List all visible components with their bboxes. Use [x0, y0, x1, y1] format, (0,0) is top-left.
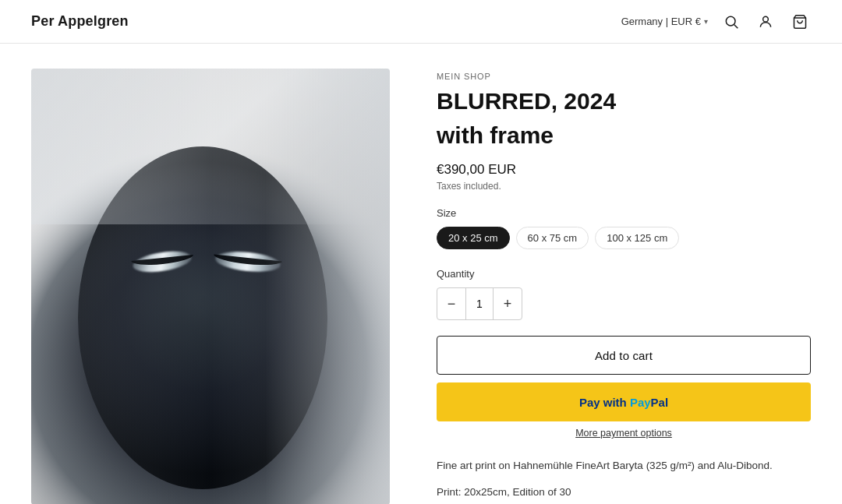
more-payment-link[interactable]: More payment options [437, 428, 811, 439]
main-content: MEIN SHOP BLURRED, 2024 with frame €390,… [0, 44, 842, 504]
quantity-control: − 1 + [437, 287, 522, 320]
header-controls: Germany | EUR € ▾ [621, 11, 811, 33]
paypal-button[interactable]: Pay with PayPal [437, 382, 811, 421]
taxes-label: Taxes included. [437, 181, 811, 192]
size-options: 20 x 25 cm 60 x 75 cm 100 x 125 cm [437, 227, 811, 249]
currency-label: Germany | EUR € [621, 16, 701, 27]
account-icon [758, 14, 773, 30]
cart-button[interactable] [789, 11, 811, 33]
quantity-label: Quantity [437, 268, 811, 280]
description-editions: Print: 20x25cm, Edition of 30 Print: 60x… [437, 484, 811, 504]
size-option-60x75[interactable]: 60 x 75 cm [516, 227, 589, 249]
search-button[interactable] [720, 11, 742, 33]
svg-point-2 [763, 16, 769, 22]
chevron-down-icon: ▾ [704, 17, 708, 26]
account-button[interactable] [755, 11, 777, 33]
add-to-cart-button[interactable]: Add to cart [437, 336, 811, 375]
quantity-decrease-button[interactable]: − [437, 288, 465, 319]
product-price: €390,00 EUR [437, 162, 811, 178]
currency-selector[interactable]: Germany | EUR € ▾ [621, 16, 708, 27]
paypal-button-label: Pay with PayPal [579, 396, 668, 409]
quantity-section: Quantity − 1 + [437, 268, 811, 320]
product-description: Fine art print on Hahnemühle FineArt Bar… [437, 457, 811, 504]
svg-point-0 [726, 16, 735, 26]
quantity-increase-button[interactable]: + [494, 288, 522, 319]
quantity-value: 1 [465, 288, 494, 319]
product-image [31, 69, 390, 504]
breadcrumb: MEIN SHOP [437, 72, 811, 81]
svg-line-1 [734, 24, 738, 28]
header: Per Appelgren Germany | EUR € ▾ [0, 0, 842, 44]
product-info: MEIN SHOP BLURRED, 2024 with frame €390,… [437, 69, 811, 504]
size-label: Size [437, 207, 811, 219]
product-title-line1: BLURRED, 2024 [437, 87, 811, 115]
logo[interactable]: Per Appelgren [31, 13, 129, 30]
size-option-100x125[interactable]: 100 x 125 cm [595, 227, 679, 249]
product-image-container [31, 69, 390, 504]
cart-icon [792, 14, 808, 30]
description-para1: Fine art print on Hahnemühle FineArt Bar… [437, 457, 811, 474]
product-title-line2: with frame [437, 122, 811, 150]
size-option-20x25[interactable]: 20 x 25 cm [437, 227, 510, 249]
image-section [31, 69, 390, 504]
search-icon [723, 14, 739, 30]
